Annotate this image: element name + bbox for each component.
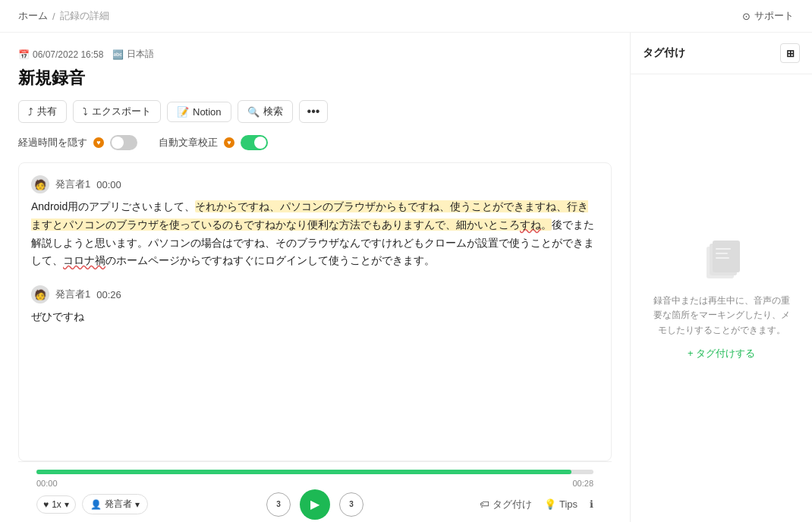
sidebar-title: タグ付け [643, 46, 685, 60]
svg-rect-2 [713, 241, 740, 272]
transcript-text-1: Android用のアプリごさいまして、それからですね、パソコンのブラウザからもで… [31, 198, 599, 270]
info-icon: ℹ [590, 498, 593, 510]
hide-elapsed-toggle[interactable] [110, 135, 137, 150]
date-value: 06/07/2022 16:58 [33, 49, 103, 60]
sidebar-empty-state: 録音中または再生中に、音声の重要な箇所をマーキングしたり、メモしたりすることがで… [631, 74, 812, 522]
share-icon: ⤴ [28, 106, 33, 118]
tips-icon: 💡 [544, 498, 556, 510]
language-value: 日本語 [127, 48, 154, 61]
content-panel: 📅 06/07/2022 16:58 🔤 日本語 新規録音 ⤴ 共有 ⤵ エクス… [0, 33, 630, 522]
speaker-time-1: 00:00 [96, 179, 121, 190]
tag-icon: 🏷 [480, 498, 489, 510]
player-controls: ♥ 1x ▾ 👤 発言者 ▾ 3 ▶ [36, 494, 593, 514]
underline-1: すね [520, 219, 541, 231]
notion-icon: 📝 [177, 106, 189, 118]
search-button[interactable]: 🔍 検索 [238, 100, 293, 123]
add-tag-button[interactable]: + タグ付けする [688, 347, 755, 360]
player-right-controls: 🏷 タグ付け 💡 Tips ℹ [480, 498, 593, 511]
speaker-line-1: 🧑 発言者1 00:00 [31, 175, 599, 193]
speaker-avatar-2: 🧑 [31, 285, 49, 303]
info-button[interactable]: ℹ [590, 498, 593, 510]
export-button[interactable]: ⤵ エクスポート [73, 100, 161, 123]
speaker-name-1: 発言者1 [55, 178, 90, 191]
calendar-icon: 📅 [18, 49, 30, 60]
speaker-chevron-icon: ▾ [135, 499, 140, 510]
tag-button[interactable]: 🏷 タグ付け [480, 498, 532, 511]
play-button[interactable]: ▶ [300, 489, 330, 520]
breadcrumb-separator: / [52, 11, 55, 22]
speaker-btn-label: 発言者 [105, 498, 132, 511]
speaker-name-2: 発言者1 [55, 288, 90, 301]
speaker-button[interactable]: 👤 発言者 ▾ [82, 494, 148, 514]
forward-button[interactable]: 3 [339, 492, 364, 517]
question-icon: ⊙ [742, 11, 751, 22]
filter-icon: ⊞ [786, 48, 795, 59]
highlight-1: それからですね、パソコンのブラウザからもですね、使うことができますね、行きますと… [31, 200, 588, 231]
sidebar-filter-button[interactable]: ⊞ [780, 43, 800, 63]
transcript-text-2: ぜひですね [31, 308, 599, 326]
sidebar: タグ付け ⊞ 録音中または再生中に、音声の重要な箇所をマーキングしたり、メモした… [630, 33, 812, 522]
total-time: 00:28 [572, 479, 593, 488]
support-link[interactable]: ⊙ サポート [742, 9, 794, 23]
speed-icon: ♥ [43, 499, 49, 510]
recording-title: 新規録音 [18, 67, 612, 90]
rewind-label: 3 [276, 500, 281, 508]
date-meta: 📅 06/07/2022 16:58 [18, 49, 103, 60]
more-button[interactable]: ••• [299, 100, 329, 123]
search-icon: 🔍 [247, 106, 260, 118]
speaker-person-icon: 👤 [90, 499, 102, 510]
tips-label: Tips [559, 498, 578, 510]
options-row: 経過時間を隠す ♥ 自動文章校正 ♥ [18, 135, 612, 150]
support-label: サポート [754, 9, 794, 23]
forward-label: 3 [349, 500, 354, 508]
current-time: 00:00 [36, 479, 58, 488]
player-left-controls: ♥ 1x ▾ 👤 発言者 ▾ [36, 494, 148, 514]
more-icon: ••• [307, 105, 320, 118]
current-page-label: 記録の詳細 [60, 9, 109, 23]
rewind-button[interactable]: 3 [266, 492, 291, 517]
meta-row: 📅 06/07/2022 16:58 🔤 日本語 [18, 48, 612, 61]
speaker-line-2: 🧑 発言者1 00:26 [31, 285, 599, 303]
transcript-block-2: 🧑 発言者1 00:26 ぜひですね [31, 285, 599, 326]
search-label: 検索 [263, 105, 283, 118]
sidebar-empty-text: 録音中または再生中に、音声の重要な箇所をマーキングしたり、メモしたりすることがで… [649, 294, 794, 338]
auto-correct-toggle[interactable] [241, 135, 268, 150]
time-row: 00:00 00:28 [36, 479, 593, 488]
underline-2: コロナ禍 [63, 254, 105, 266]
language-meta: 🔤 日本語 [112, 48, 154, 61]
breadcrumb: ホーム / 記録の詳細 [18, 9, 109, 23]
premium-icon-elapsed: ♥ [93, 137, 104, 148]
hide-elapsed-label: 経過時間を隠す [18, 136, 87, 149]
player-center-controls: 3 ▶ 3 [266, 489, 364, 520]
transcript-area: 🧑 発言者1 00:00 Android用のアプリごさいまして、それからですね、… [18, 162, 612, 461]
speed-button[interactable]: ♥ 1x ▾ [36, 495, 76, 514]
speaker-avatar-1: 🧑 [31, 175, 49, 193]
svg-rect-4 [716, 253, 728, 254]
transcript-block-1: 🧑 発言者1 00:00 Android用のアプリごさいまして、それからですね、… [31, 175, 599, 270]
speed-value: 1x [52, 499, 61, 510]
svg-rect-3 [716, 248, 731, 250]
toolbar: ⤴ 共有 ⤵ エクスポート 📝 Notion 🔍 検索 ••• [18, 100, 612, 123]
tips-button[interactable]: 💡 Tips [544, 498, 578, 510]
speaker-time-2: 00:26 [96, 289, 121, 300]
document-stack-icon [699, 236, 744, 281]
export-icon: ⤵ [83, 106, 88, 118]
player-bar: 00:00 00:28 ♥ 1x ▾ 👤 発言者 ▾ [18, 461, 612, 522]
progress-fill [36, 470, 571, 474]
export-label: エクスポート [92, 105, 151, 118]
sidebar-header: タグ付け ⊞ [631, 33, 812, 74]
svg-rect-5 [716, 257, 729, 259]
progress-bar[interactable] [36, 470, 593, 474]
hide-elapsed-option: 経過時間を隠す ♥ [18, 135, 137, 150]
share-button[interactable]: ⤴ 共有 [18, 100, 67, 123]
language-icon: 🔤 [112, 49, 124, 60]
notion-button[interactable]: 📝 Notion [167, 102, 231, 122]
home-link[interactable]: ホーム [18, 9, 48, 23]
play-icon: ▶ [310, 497, 319, 511]
auto-correct-option: 自動文章校正 ♥ [159, 135, 268, 150]
tag-label: タグ付け [493, 498, 532, 511]
premium-icon-correct: ♥ [224, 137, 234, 148]
header: ホーム / 記録の詳細 ⊙ サポート [0, 0, 812, 33]
notion-label: Notion [193, 106, 222, 118]
share-label: 共有 [37, 105, 57, 118]
